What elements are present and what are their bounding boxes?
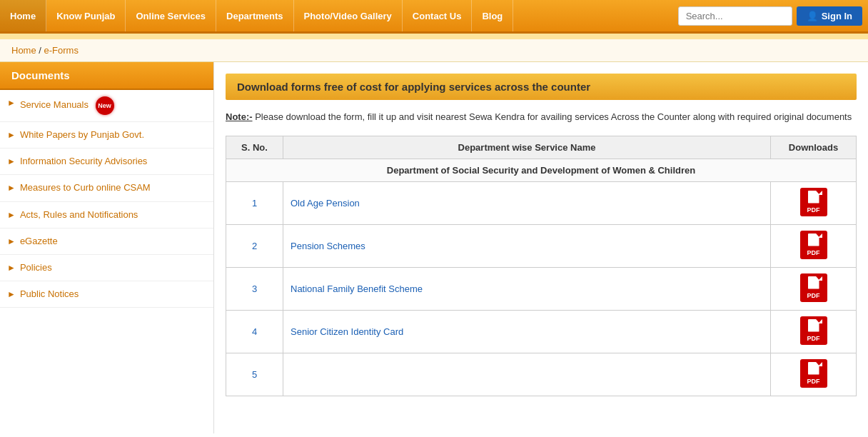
arrow-icon: ►	[7, 262, 16, 274]
pdf-download-icon[interactable]	[800, 273, 827, 302]
breadcrumb-current[interactable]: e-Forms	[44, 45, 79, 56]
pdf-download-icon[interactable]	[800, 231, 827, 259]
row-download[interactable]	[771, 267, 857, 310]
note-label: Note:-	[226, 111, 253, 122]
nav-know-punjab[interactable]: Know Punjab	[46, 0, 126, 31]
row-download[interactable]	[771, 353, 857, 396]
sidebar-item-csam[interactable]: ► Measures to Curb online CSAM	[0, 175, 213, 201]
row-service[interactable]: Old Age Pension	[283, 181, 771, 224]
sidebar-item-info-security[interactable]: ► Information Security Advisories	[0, 149, 213, 175]
pdf-download-icon[interactable]	[800, 316, 827, 345]
row-download[interactable]	[771, 181, 857, 224]
sidebar-title: Documents	[0, 62, 213, 90]
nav-home[interactable]: Home	[0, 0, 46, 31]
row-sno: 4	[226, 310, 283, 353]
row-download[interactable]	[771, 224, 857, 267]
sidebar-item-policies[interactable]: ► Policies	[0, 255, 213, 281]
content-header: Download forms free of cost for applying…	[226, 74, 857, 100]
nav-online-services[interactable]: Online Services	[126, 0, 216, 31]
pdf-download-icon[interactable]	[800, 188, 827, 216]
sidebar-item-acts-rules[interactable]: ► Acts, Rules and Notifications	[0, 202, 213, 228]
arrow-icon: ►	[7, 209, 16, 221]
table-row: 1 Old Age Pension	[226, 181, 857, 224]
row-service[interactable]: Pension Schemes	[283, 224, 771, 267]
note-text: Note:- Please download the form, fill it…	[226, 110, 857, 124]
department-row: Department of Social Security and Develo…	[226, 159, 857, 181]
row-sno: 5	[226, 353, 283, 396]
search-input[interactable]	[678, 6, 792, 26]
nav-departments[interactable]: Departments	[216, 0, 293, 31]
row-sno: 2	[226, 224, 283, 267]
col-service: Department wise Service Name	[283, 136, 771, 159]
main-nav: Home Know Punjab Online Services Departm…	[0, 0, 868, 34]
col-sno: S. No.	[226, 136, 283, 159]
sidebar-item-white-papers[interactable]: ► White Papers by Punjab Govt.	[0, 122, 213, 149]
new-badge: New	[96, 96, 114, 115]
sidebar-item-egazette[interactable]: ► eGazette	[0, 228, 213, 255]
signin-button[interactable]: 👤 Sign In	[797, 6, 862, 26]
breadcrumb: Home / e-Forms	[0, 39, 868, 62]
sidebar: Documents ► Service Manuals New ► White …	[0, 62, 214, 433]
nav-contact[interactable]: Contact Us	[403, 0, 473, 31]
pdf-download-icon[interactable]	[800, 359, 827, 388]
nav-right: 👤 Sign In	[672, 0, 868, 31]
row-sno: 3	[226, 267, 283, 310]
content-area: Download forms free of cost for applying…	[214, 62, 868, 433]
row-service[interactable]: National Family Benefit Scheme	[283, 267, 771, 310]
table-row: 3 National Family Benefit Scheme	[226, 267, 857, 310]
arrow-icon: ►	[7, 129, 16, 141]
sidebar-item-service-manuals[interactable]: ► Service Manuals New	[0, 90, 213, 122]
table-row: 4 Senior Citizen Identity Card	[226, 310, 857, 353]
arrow-icon: ►	[7, 182, 16, 194]
yellow-strip	[0, 34, 868, 39]
col-downloads: Downloads	[771, 136, 857, 159]
table-row: 5	[226, 353, 857, 396]
table-row: 2 Pension Schemes	[226, 224, 857, 267]
breadcrumb-home[interactable]: Home	[11, 45, 36, 56]
breadcrumb-separator: /	[39, 45, 41, 56]
arrow-icon: ►	[7, 236, 16, 248]
nav-gallery[interactable]: Photo/Video Gallery	[294, 0, 403, 31]
row-sno: 1	[226, 181, 283, 224]
nav-blog[interactable]: Blog	[472, 0, 513, 31]
main-layout: Documents ► Service Manuals New ► White …	[0, 62, 868, 433]
row-service	[283, 353, 771, 396]
services-table: S. No. Department wise Service Name Down…	[226, 136, 857, 396]
row-service[interactable]: Senior Citizen Identity Card	[283, 310, 771, 353]
sidebar-item-public-notices[interactable]: ► Public Notices	[0, 281, 213, 308]
arrow-icon: ►	[7, 97, 16, 109]
arrow-icon: ►	[7, 156, 16, 168]
row-download[interactable]	[771, 310, 857, 353]
user-icon: 👤	[807, 11, 818, 21]
arrow-icon: ►	[7, 288, 16, 301]
